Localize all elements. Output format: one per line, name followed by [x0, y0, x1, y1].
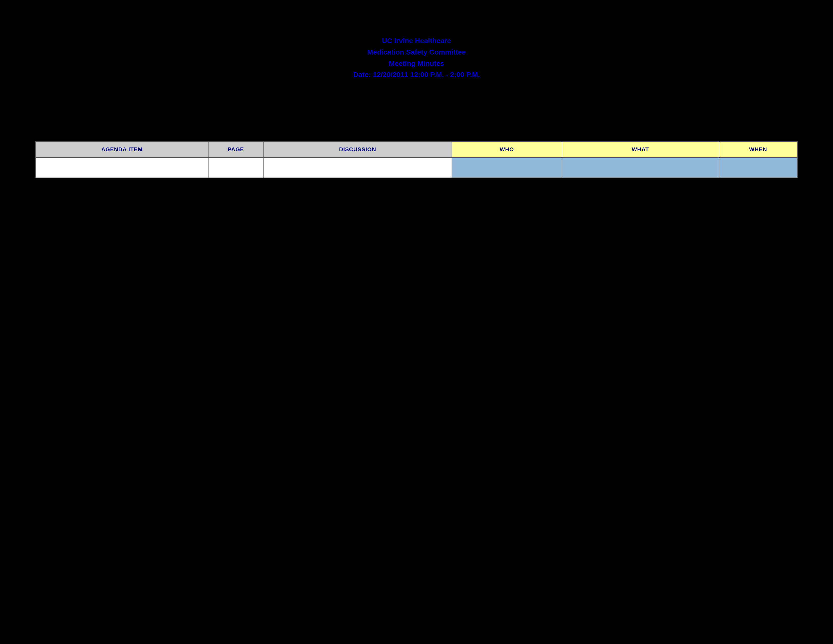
committee-name: Medication Safety Committee: [20, 47, 813, 58]
col-header-page: PAGE: [208, 142, 263, 158]
header-section: UC Irvine Healthcare Medication Safety C…: [20, 20, 813, 91]
page-content: UC Irvine Healthcare Medication Safety C…: [20, 20, 813, 178]
col-header-when: WHEN: [719, 142, 798, 158]
date-line: Date: 12/20/2011 12:00 P.M. - 2:00 P.M.: [20, 69, 813, 80]
col-header-what: WHAT: [562, 142, 719, 158]
meeting-table: AGENDA ITEM PAGE DISCUSSION WHO WHAT WHE…: [35, 141, 798, 178]
cell-page: [208, 158, 263, 178]
table-header-row: AGENDA ITEM PAGE DISCUSSION WHO WHAT WHE…: [35, 142, 798, 158]
col-header-who: WHO: [452, 142, 562, 158]
cell-who: [452, 158, 562, 178]
cell-what: [562, 158, 719, 178]
cell-when: [719, 158, 798, 178]
table-section: AGENDA ITEM PAGE DISCUSSION WHO WHAT WHE…: [35, 141, 798, 178]
cell-discussion: [263, 158, 452, 178]
document-type: Meeting Minutes: [20, 58, 813, 69]
table-row: [35, 158, 798, 178]
col-header-agenda: AGENDA ITEM: [35, 142, 208, 158]
cell-agenda: [35, 158, 208, 178]
col-header-discussion: DISCUSSION: [263, 142, 452, 158]
org-name: UC Irvine Healthcare: [20, 35, 813, 47]
